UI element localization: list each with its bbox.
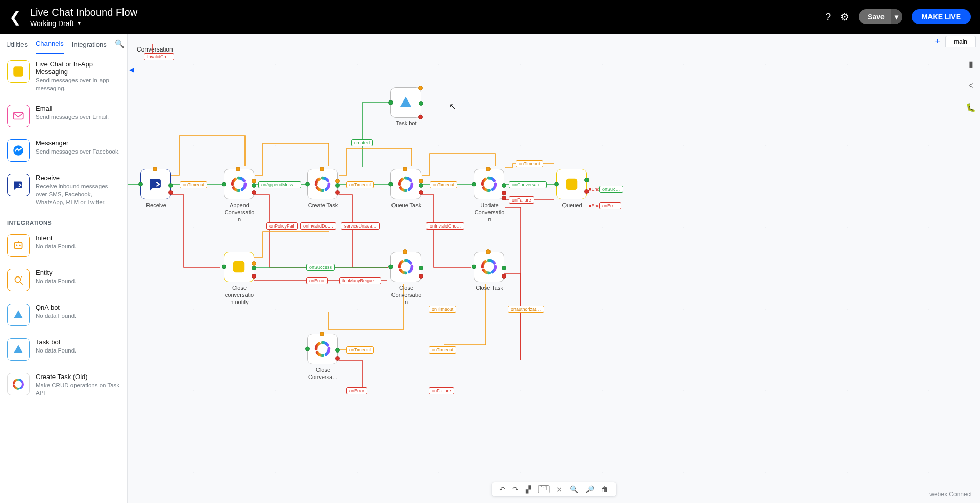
svg-point-14 xyxy=(483,178,496,191)
pill-created: created xyxy=(351,139,373,146)
svg-rect-0 xyxy=(13,66,23,77)
end-marker-1: ■End xyxy=(589,187,599,192)
zoom-out-icon[interactable]: 🔍 xyxy=(570,485,578,493)
make-live-button[interactable]: MAKE LIVE xyxy=(912,9,971,24)
sidebar-item-createtask[interactable]: Create Task (Old)Make CRUD operations on… xyxy=(0,367,127,404)
center-icon[interactable]: ⤫ xyxy=(556,485,562,493)
pill-ontimeout-4: onTimeout xyxy=(516,160,543,167)
sidebar-item-livechat[interactable]: Live Chat or In-App MessagingSend messag… xyxy=(0,54,127,98)
svg-point-12 xyxy=(316,178,329,191)
debug-icon[interactable]: 🐛 xyxy=(966,103,976,112)
tab-channels[interactable]: Channels xyxy=(36,40,64,54)
sidebar: Utilities Channels Integrations 🔍 Live C… xyxy=(0,34,128,503)
sidebar-item-taskbot[interactable]: Task botNo data Found. xyxy=(0,332,127,367)
intent-icon xyxy=(7,234,30,257)
svg-rect-15 xyxy=(566,179,578,190)
qna-icon xyxy=(7,304,30,326)
svg-rect-16 xyxy=(233,261,245,273)
pill-toomanyreque: tooManyReque… xyxy=(339,277,381,284)
sidebar-item-intent[interactable]: IntentNo data Found. xyxy=(0,228,127,263)
svg-point-5 xyxy=(19,244,21,246)
search-icon[interactable]: 🔍 xyxy=(115,39,125,54)
email-icon xyxy=(7,105,30,127)
pill-oninvalidcho: onInvalidCho… xyxy=(427,222,464,230)
right-rail: ▮ < 🐛 xyxy=(962,54,980,112)
save-caret-icon[interactable]: ▾ xyxy=(891,9,902,24)
svg-point-4 xyxy=(16,244,17,246)
back-button[interactable]: ❮ xyxy=(9,9,21,26)
conversation-label: Conversation xyxy=(137,46,173,53)
node-close-task[interactable]: Close Task xyxy=(474,252,505,292)
canvas-toolbar: ↶ ↷ ▞ 1:1 ⤫ 🔍 🔎 🗑 xyxy=(492,482,617,497)
sidebar-item-email[interactable]: EmailSend messages over Email. xyxy=(0,98,127,133)
node-append-conversation[interactable]: Append Conversation xyxy=(224,169,255,223)
node-receive[interactable]: Receive xyxy=(140,169,172,209)
fit-icon[interactable]: 1:1 xyxy=(538,485,550,493)
entity-icon xyxy=(7,269,30,291)
svg-line-8 xyxy=(20,282,22,284)
pill-ontimeout-6: onTimeout xyxy=(429,306,456,313)
node-queued[interactable]: Queued xyxy=(556,169,588,209)
save-button[interactable]: Save ▾ xyxy=(859,9,902,24)
node-close-conversation[interactable]: Close Conversation xyxy=(390,252,422,306)
integrations-header: INTEGRATIONS xyxy=(0,213,127,228)
taskbot-icon xyxy=(7,338,30,361)
pill-ontimeout-1: onTimeout xyxy=(180,181,207,188)
pill-onsuc: onSuc… xyxy=(599,186,623,193)
svg-rect-3 xyxy=(14,242,22,248)
sidebar-item-qna[interactable]: QnA botNo data Found. xyxy=(0,297,127,332)
node-task-bot[interactable]: Task bot xyxy=(390,87,422,128)
settings-icon[interactable]: ⚙ xyxy=(840,11,849,23)
end-marker-2: ■End xyxy=(589,203,599,208)
pill-serviceunava: serviceUnava… xyxy=(341,222,380,230)
svg-point-7 xyxy=(15,276,21,282)
sidebar-item-receive[interactable]: ReceiveReceive inbound messages over SMS… xyxy=(0,168,127,213)
node-queue-task[interactable]: Queue Task xyxy=(390,169,422,209)
zoom-in-icon[interactable]: 🔎 xyxy=(585,485,594,493)
tab-main[interactable]: main xyxy=(945,36,976,47)
node-close-conv-notify[interactable]: Close conversation notify xyxy=(224,252,255,306)
pill-onconv: onConversati… xyxy=(509,181,547,188)
pill-ontimeout-3: onTimeout xyxy=(430,181,457,188)
sidebar-item-entity[interactable]: EntityNo data Found. xyxy=(0,263,127,297)
flow-title: Live Chat Inbound Flow xyxy=(30,7,137,18)
pill-onfailure: onFailure xyxy=(509,196,534,204)
receive-icon xyxy=(7,174,30,196)
help-icon[interactable]: ? xyxy=(825,11,831,23)
pill-onfailure-b: onFailure xyxy=(429,387,454,394)
redo-icon[interactable]: ↷ xyxy=(512,485,519,493)
svg-point-19 xyxy=(316,343,329,356)
canvas[interactable]: + main Conversation ◀ xyxy=(128,34,980,503)
panel-icon[interactable]: ▮ xyxy=(969,59,973,69)
flow-status[interactable]: Working Draft▼ xyxy=(30,19,137,28)
pill-onerr: onErr… xyxy=(599,202,621,209)
caret-down-icon: ▼ xyxy=(77,20,82,26)
pill-onsuccess: onSuccess xyxy=(306,264,335,271)
collapse-caret-icon[interactable]: ◀ xyxy=(129,66,134,73)
pill-ontimeout-7: onTimeout xyxy=(346,346,374,354)
brand-label: webex Connect xyxy=(929,491,972,498)
share-icon[interactable]: < xyxy=(968,81,973,90)
pill-onappend: onAppendMess… xyxy=(258,181,301,188)
messenger-icon xyxy=(7,139,30,162)
snap-icon[interactable]: ▞ xyxy=(526,485,531,493)
pill-onerror-2: onError xyxy=(306,277,328,284)
pill-onerror-3: onError xyxy=(346,387,368,394)
pill-ontimeout-8: onTimeout xyxy=(429,346,456,354)
svg-point-13 xyxy=(400,178,412,191)
sidebar-item-messenger[interactable]: MessengerSend messages over Facebook. xyxy=(0,133,127,168)
svg-rect-1 xyxy=(13,113,23,119)
trash-icon[interactable]: 🗑 xyxy=(601,485,608,493)
svg-point-9 xyxy=(21,276,22,277)
node-update-conversation[interactable]: Update Conversation xyxy=(474,169,505,223)
node-create-task[interactable]: Create Task xyxy=(307,169,339,209)
pill-ontimeout-2: onTimeout xyxy=(346,181,374,188)
svg-point-11 xyxy=(233,178,246,191)
tab-integrations[interactable]: Integrations xyxy=(72,41,107,54)
pill-onauthorizat: onauthorizat… xyxy=(508,306,544,313)
pill-invalidch: InvalidCh… xyxy=(144,53,174,60)
add-icon[interactable]: + xyxy=(935,36,940,47)
undo-icon[interactable]: ↶ xyxy=(499,485,505,493)
tab-utilities[interactable]: Utilities xyxy=(6,41,28,54)
node-close-conversa2[interactable]: Close Conversa… xyxy=(307,334,339,381)
